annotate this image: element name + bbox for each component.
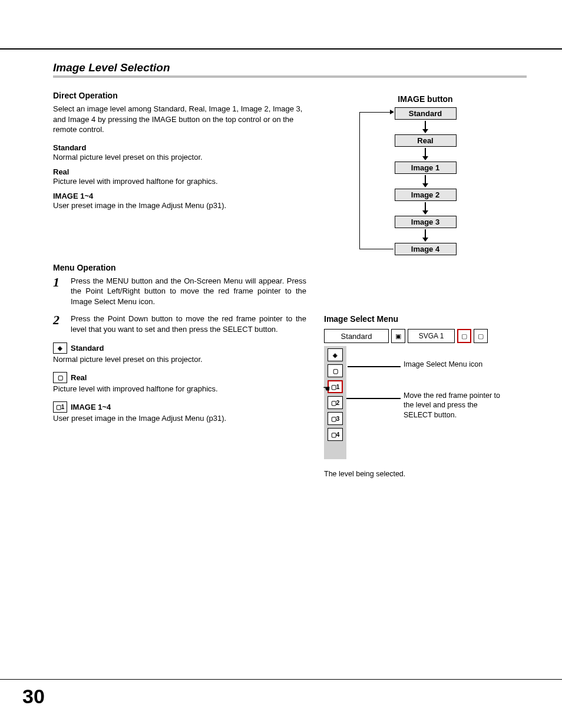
flow-title: IMAGE button (324, 94, 527, 104)
def-title: IMAGE 1~4 (71, 403, 111, 411)
flow-item: Image 1 (395, 162, 457, 174)
flow-item: Image 3 (395, 216, 457, 228)
direct-operation-heading: Direct Operation (53, 91, 306, 100)
def-desc: Picture level with improved halftone for… (53, 384, 306, 393)
menu-next-icon: ▢ (474, 329, 488, 343)
ism-title: Image Select Menu (324, 314, 527, 324)
def-title: Real (71, 373, 87, 382)
def-title: IMAGE 1~4 (53, 192, 306, 200)
flow-item: Standard (395, 107, 457, 120)
flow-item: Image 4 (395, 243, 457, 255)
def-desc: Picture level with improved halftone for… (53, 177, 306, 186)
step-number: 2 (53, 314, 65, 334)
def-desc: Normal picture level preset on this proj… (53, 153, 306, 162)
arrow-right-icon (390, 110, 394, 114)
def-title: Standard (71, 344, 104, 353)
ism-resolution: SVGA 1 (408, 329, 455, 343)
step-text: Press the MENU button and the On-Screen … (71, 276, 306, 307)
def-title: Real (53, 167, 306, 176)
ism-slot-image2: ▢2 (328, 396, 343, 409)
section-title: Image Level Selection (53, 61, 527, 78)
ism-slot-image3: ▢3 (328, 412, 343, 425)
real-icon: ▢ (53, 372, 67, 383)
image-select-menu-diagram: Standard ▣ SVGA 1 ▢ ▢ ◈ ▢ ▢1 ▢2 ▢3 ▢4 (324, 327, 507, 459)
def-desc: User preset image in the Image Adjust Me… (53, 414, 306, 423)
image-button-flow: Standard Real Image 1 Image 2 Image 3 Im… (366, 107, 484, 255)
hand-pointer-icon: ☚ (323, 384, 330, 393)
flow-item: Image 2 (395, 189, 457, 201)
ism-note2: Move the red frame pointer to the level … (404, 391, 507, 420)
def-desc: Normal picture level preset on this proj… (53, 355, 306, 364)
ism-slot-standard: ◈ (328, 348, 343, 361)
direct-operation-intro: Select an image level among Standard, Re… (53, 104, 306, 135)
menu-operation-heading: Menu Operation (53, 263, 306, 272)
ism-note1: Image Select Menu icon (404, 360, 482, 368)
step-number: 1 (53, 276, 65, 307)
ism-slot-image4: ▢4 (328, 428, 343, 441)
menu-icon: ▣ (391, 329, 405, 343)
page-number: 30 (22, 685, 45, 708)
image-select-menu-icon: ▢ (457, 329, 471, 343)
ism-slot-real: ▢ (328, 364, 343, 377)
step-text: Press the Point Down button to move the … (71, 314, 306, 334)
def-desc: User preset image in the Image Adjust Me… (53, 201, 306, 210)
image1-icon: ▢1 (53, 401, 67, 413)
standard-icon: ◈ (53, 342, 67, 354)
def-title: Standard (53, 143, 306, 152)
ism-current: Standard (324, 329, 389, 343)
flow-item: Real (395, 134, 457, 147)
ism-caption: The level being selected. (324, 470, 527, 478)
